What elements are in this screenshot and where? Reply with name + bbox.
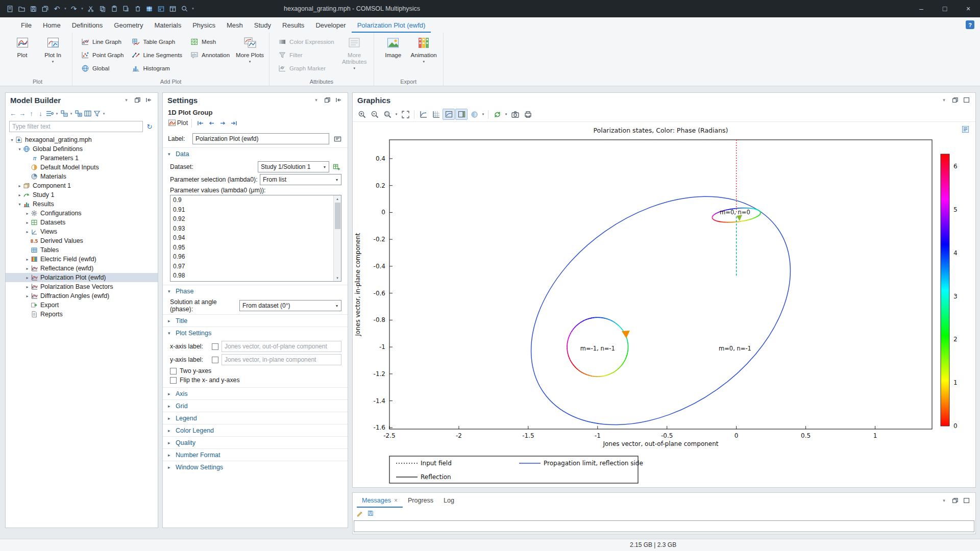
back-icon[interactable]: ← — [9, 109, 17, 119]
y-axis-label-checkbox[interactable] — [212, 357, 218, 363]
ribbon-point-graph-button[interactable]: Point Graph — [77, 48, 128, 62]
chevron-down-icon[interactable]: ▾ — [55, 112, 59, 116]
param-value-option[interactable]: 0.97 — [170, 262, 333, 271]
solution-angle-select[interactable]: From dataset (0°)▾ — [239, 300, 341, 311]
panel-menu-icon[interactable]: ▾ — [940, 96, 948, 104]
tree-item-parameters-1[interactable]: πParameters 1 — [6, 154, 158, 163]
grid-toggle-icon[interactable] — [430, 109, 442, 120]
move-down-icon[interactable]: ↓ — [36, 109, 45, 119]
hide-panel-icon[interactable] — [144, 96, 153, 104]
menu-tab-physics[interactable]: Physics — [187, 17, 221, 33]
tree-collapse-icon[interactable]: ▾ — [9, 138, 15, 142]
tree-collapse-icon[interactable]: ▾ — [16, 202, 23, 207]
duplicate-icon[interactable] — [120, 3, 132, 15]
search-icon[interactable] — [179, 3, 190, 15]
maximize-panel-icon[interactable] — [962, 96, 971, 104]
show-options-icon[interactable] — [45, 109, 54, 119]
windows-icon[interactable] — [167, 3, 179, 15]
param-value-option[interactable]: 0.94 — [170, 233, 333, 243]
menu-tab-developer[interactable]: Developer — [310, 17, 351, 33]
plot-run-icon[interactable] — [167, 118, 177, 128]
tree-item-electric-field-ewfd[interactable]: ▸Electric Field (ewfd) — [6, 255, 158, 264]
y-axis-label-input[interactable]: Jones vector, in-plane component — [222, 354, 341, 365]
tree-item-results[interactable]: ▾Results — [6, 199, 158, 209]
scrollbar-thumb[interactable] — [335, 203, 340, 229]
versions-icon[interactable] — [155, 3, 167, 15]
undo-icon[interactable]: ↶ — [51, 3, 63, 15]
tree-expand-icon[interactable]: ▸ — [24, 266, 31, 271]
section-plot-settings[interactable]: ▾ Plot Settings — [163, 327, 348, 339]
label-input[interactable] — [192, 133, 329, 144]
param-values-list[interactable]: 0.90.910.920.930.940.950.960.970.98 ▴ ▾ — [170, 195, 341, 282]
tree-expand-icon[interactable]: ▸ — [24, 230, 31, 234]
tree-item-reflectance-ewfd[interactable]: ▸Reflectance (ewfd) — [6, 264, 158, 273]
chevron-down-icon[interactable]: ▾ — [481, 112, 485, 116]
section-grid[interactable]: ▸Grid — [163, 399, 348, 412]
section-title[interactable]: ▸ Title — [163, 314, 348, 327]
more-plots-button[interactable]: More Plots ▾ — [235, 35, 264, 63]
tree-item-diffraction-angles-ewfd[interactable]: ▸Diffraction Angles (ewfd) — [6, 291, 158, 300]
expand-all-icon[interactable] — [74, 109, 83, 119]
tree-item-derived-values[interactable]: 8.5Derived Values — [6, 236, 158, 245]
panel-menu-icon[interactable]: ▾ — [940, 496, 948, 504]
tree-expand-icon[interactable]: ▸ — [24, 285, 31, 289]
tree-expand-icon[interactable]: ▸ — [24, 294, 31, 298]
rename-icon[interactable] — [332, 134, 342, 144]
open-icon[interactable] — [16, 3, 28, 15]
next-parameter-icon[interactable] — [218, 118, 228, 128]
update-plot-icon[interactable] — [491, 109, 503, 120]
float-panel-icon[interactable] — [951, 496, 960, 504]
tree-expand-icon[interactable]: ▸ — [24, 220, 31, 225]
first-parameter-icon[interactable] — [195, 118, 205, 128]
refresh-icon[interactable]: ↻ — [145, 123, 154, 131]
menu-tab-definitions[interactable]: Definitions — [66, 17, 109, 33]
edit-log-icon[interactable] — [356, 510, 363, 518]
panel-menu-icon[interactable]: ▾ — [312, 96, 321, 104]
save-log-icon[interactable] — [367, 510, 374, 518]
tree-filter-input[interactable] — [9, 121, 143, 132]
flip-axes-checkbox[interactable] — [170, 377, 177, 384]
axis-limits-toggle-icon[interactable] — [443, 109, 455, 120]
model-tree-columns-icon[interactable] — [83, 109, 92, 119]
print-icon[interactable] — [522, 109, 534, 120]
minimize-icon[interactable]: – — [910, 0, 933, 17]
scene-light-icon[interactable] — [468, 109, 480, 120]
menu-tab-geometry[interactable]: Geometry — [108, 17, 149, 33]
tab-log[interactable]: Log — [438, 493, 459, 508]
section-legend[interactable]: ▸Legend — [163, 412, 348, 424]
tree-item-polarization-plot-ewfd[interactable]: ▸Polarization Plot (ewfd) — [6, 273, 158, 282]
param-value-option[interactable]: 0.93 — [170, 224, 333, 234]
tree-item-materials[interactable]: Materials — [6, 172, 158, 181]
plot-toolbar-label[interactable]: Plot — [178, 118, 188, 128]
param-selection-select[interactable]: From list▾ — [260, 174, 341, 185]
save-all-icon[interactable] — [39, 3, 51, 15]
menu-tab-materials[interactable]: Materials — [149, 17, 187, 33]
section-number-format[interactable]: ▸Number Format — [163, 448, 348, 461]
chevron-down-icon[interactable]: ▾ — [69, 112, 74, 116]
two-y-axes-checkbox[interactable] — [170, 368, 177, 374]
section-phase[interactable]: ▾ Phase — [163, 285, 348, 297]
tree-item-component-1[interactable]: ▸Component 1 — [6, 181, 158, 190]
scrollbar[interactable]: ▴ ▾ — [333, 195, 341, 281]
plot-canvas[interactable]: Polarization states, Color: Phase (Radia… — [353, 122, 975, 488]
ribbon-line-segments-button[interactable]: Line Segments — [128, 48, 186, 62]
chevron-down-icon[interactable]: ▾ — [102, 112, 106, 116]
close-icon[interactable]: × — [957, 0, 980, 17]
redo-icon[interactable]: ↷ — [68, 3, 80, 15]
menu-tab-study[interactable]: Study — [249, 17, 277, 33]
tree-item-hexagonal-grating-mph[interactable]: ▾hexagonal_grating.mph — [6, 135, 158, 144]
plot-info-icon[interactable] — [962, 126, 969, 135]
customize-toolbar-caret-icon[interactable]: ▾ — [190, 7, 195, 11]
cut-icon[interactable] — [85, 3, 96, 15]
tree-item-export[interactable]: Export — [6, 300, 158, 310]
tree-item-views[interactable]: ▸Views — [6, 227, 158, 236]
delete-icon[interactable] — [132, 3, 143, 15]
ribbon-histogram-button[interactable]: Histogram — [128, 62, 186, 75]
image-button[interactable]: Image — [379, 35, 408, 59]
last-parameter-icon[interactable] — [229, 118, 239, 128]
ribbon-table-graph-button[interactable]: Table Graph — [128, 35, 186, 48]
section-data[interactable]: ▾ Data — [163, 147, 348, 160]
param-value-option[interactable]: 0.91 — [170, 205, 333, 215]
plot-button[interactable]: Plot — [8, 35, 37, 59]
menu-tab-polarization-plot-ewfd[interactable]: Polarization Plot (ewfd) — [352, 17, 431, 33]
